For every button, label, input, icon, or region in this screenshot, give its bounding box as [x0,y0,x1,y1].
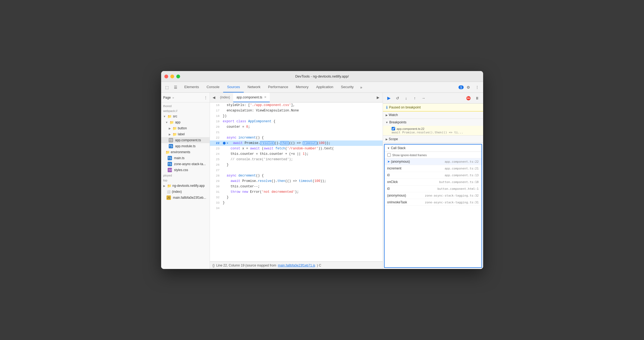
call-stack-label: Call Stack [391,146,405,150]
tree-item-main-ts[interactable]: TS main.ts [161,155,210,161]
watch-header[interactable]: ▶ Watch [383,111,483,118]
call-stack-item-2[interactable]: i0 app.component.ts:13 [385,172,482,179]
badge-count: 1 [458,85,463,89]
tree-item-thored[interactable]: thored [161,104,210,108]
tree-item-environments[interactable]: 📁 environments [161,149,210,155]
tree-item-top[interactable]: top [161,178,210,183]
code-line-27: 26 } [210,162,383,168]
step-over-button[interactable]: ↺ [394,94,401,102]
cursor-icon[interactable]: ⬚ [163,84,171,91]
folder-icon: 📁 [167,184,171,188]
tree-item-index-html[interactable]: ⬜ (index) [161,189,210,195]
folder-icon: 📁 [165,150,170,154]
code-line-31: 30 this.counter--; [210,184,383,189]
file-ts-icon: TS [169,138,173,142]
step-into-button[interactable]: ↓ [402,94,410,102]
tab-console[interactable]: Console [203,82,223,92]
watch-label: Watch [389,113,398,117]
chevron-down-icon: ▼ [163,115,166,118]
breakpoint-file: app.component.ts:22 [392,127,480,130]
call-stack-item-1[interactable]: increment app.component.ts:21 [385,165,482,172]
status-bar: {} Line 22, Column 19 (source mapped fro… [210,261,383,269]
chevron-right-icon: ▶ [169,133,171,136]
show-ignore-label: Show ignore-listed frames [392,153,427,157]
current-line-arrow: ➤ [227,141,229,145]
sidebar-header: Page » ⋮ [161,93,210,102]
sidebar-menu-button[interactable]: ⋮ [204,95,207,100]
call-stack-item-5[interactable]: (anonymous) zone-async-stack-tagging.ts:… [385,192,482,199]
breakpoints-section: ▼ Breakpoints app.component.ts:22 await … [383,119,483,136]
tree-item-styles-css[interactable]: CSS styles.css [161,167,210,173]
tree-item-app-module-ts[interactable]: TS app.module.ts [161,143,210,149]
code-line-19: 19 export class AppComponent { [210,119,383,124]
scope-header[interactable]: ▶ Scope [383,136,483,143]
deactivate-breakpoints-button[interactable]: ⛔ [465,94,472,102]
tab-elements[interactable]: Elements [181,82,203,92]
more-tabs-button[interactable]: » [357,84,365,91]
tree-item-main-js[interactable]: JS main.fa8bfa0e23f1eb... [161,195,210,201]
code-line-21: 21 [210,130,383,135]
tab-close-button[interactable]: ✕ [264,95,266,99]
sidebar-page-label: Page [163,96,171,100]
tree-item-app[interactable]: ▼ 📁 app [161,119,210,125]
window-title: DevTools - ng-devtools.netlify.app/ [295,74,349,78]
tab-sources[interactable]: Sources [223,82,244,92]
tab-performance[interactable]: Performance [264,82,292,92]
resume-button[interactable]: ▶ [385,94,393,102]
info-icon: ℹ [386,105,388,110]
close-button[interactable] [164,75,168,78]
source-map-link[interactable]: main.fa8bfa0e23f1eb71.js [278,264,315,267]
maximize-button[interactable] [176,75,180,78]
show-ignore-checkbox[interactable] [387,153,391,157]
chevron-down-icon: ▼ [165,121,168,124]
step-button[interactable]: → [420,94,427,102]
prev-tab-button[interactable]: ◀ [211,94,217,101]
editor-play-button[interactable]: ▶ [375,94,382,101]
tab-index[interactable]: (index) [217,93,233,102]
call-stack-header[interactable]: ▼ Call Stack [385,145,482,152]
pause-on-exceptions-button[interactable]: ⏸ [473,94,481,102]
chevron-down-icon: ▼ [386,121,388,124]
file-ts-icon: TS [168,162,172,166]
tree-item-app-component-ts[interactable]: TS app.component.ts [161,137,210,143]
devtools-toolbar: ⬚ ☰ Elements Console Sources Network Per… [161,82,483,93]
tab-application[interactable]: Application [312,82,337,92]
tab-security[interactable]: Security [337,82,357,92]
main-content: Page » ⋮ thored webpack:// ▼ 📁 src ▼ [161,93,483,269]
tree-item-label[interactable]: ▶ 📁 label [161,131,210,137]
call-stack-item-4[interactable]: i0 button.component.html:1 [385,185,482,192]
code-line-33: 32 } [210,195,383,200]
tree-item-netlify[interactable]: ▶ 📁 ng-devtools.netlify.app [161,183,210,189]
call-stack-item-3[interactable]: onClick button.component.ts:18 [385,179,482,185]
more-options-button[interactable]: ⋮ [473,84,481,91]
step-out-button[interactable]: ↑ [411,94,419,102]
device-toggle-icon[interactable]: ☰ [172,84,180,91]
scope-label: Scope [389,137,398,141]
tree-item-src[interactable]: ▼ 📁 src [161,113,210,119]
code-line-30: 29 await Promise.resolve().then(() => ti… [210,178,383,184]
folder-icon: 📁 [167,114,172,118]
tab-app-component[interactable]: app.component.ts ✕ [233,93,269,102]
call-stack-section: ▼ Call Stack Show ignore-listed frames ➤… [384,144,482,268]
minimize-button[interactable] [170,75,174,78]
file-css-icon: CSS [168,168,172,172]
tree-item-ployed[interactable]: ployed [161,173,210,178]
tree-item-button[interactable]: ▶ 📁 button [161,125,210,131]
code-editor[interactable]: 16 styleUrls: ['./app.component.css'], 1… [210,102,383,261]
settings-button[interactable]: ⚙ [465,84,472,91]
breakpoint-checkbox[interactable] [392,127,395,130]
code-line-18: 18 }) [210,113,383,119]
code-line-23: 22 ➤ await Promise.resolve().then(() => … [210,140,383,146]
call-stack-item-0[interactable]: ➤ (anonymous) app.component.ts:22 [385,158,482,165]
breakpoints-header[interactable]: ▼ Breakpoints [383,119,483,126]
file-ts-icon: TS [169,144,173,148]
editor-tabs: ◀ (index) app.component.ts ✕ ▶ [210,93,383,102]
code-line-35: 34 [210,206,383,211]
tab-memory[interactable]: Memory [292,82,312,92]
paused-banner: ℹ Paused on breakpoint [383,104,483,111]
tree-item-zone-ts[interactable]: TS zone-async-stack-ta... [161,161,210,167]
call-stack-item-6[interactable]: onInvokeTask zone-async-stack-tagging.ts… [385,199,482,206]
tree-item-webpack[interactable]: webpack:// [161,108,210,113]
tab-network[interactable]: Network [244,82,264,92]
sidebar-more-btn[interactable]: » [173,96,174,99]
